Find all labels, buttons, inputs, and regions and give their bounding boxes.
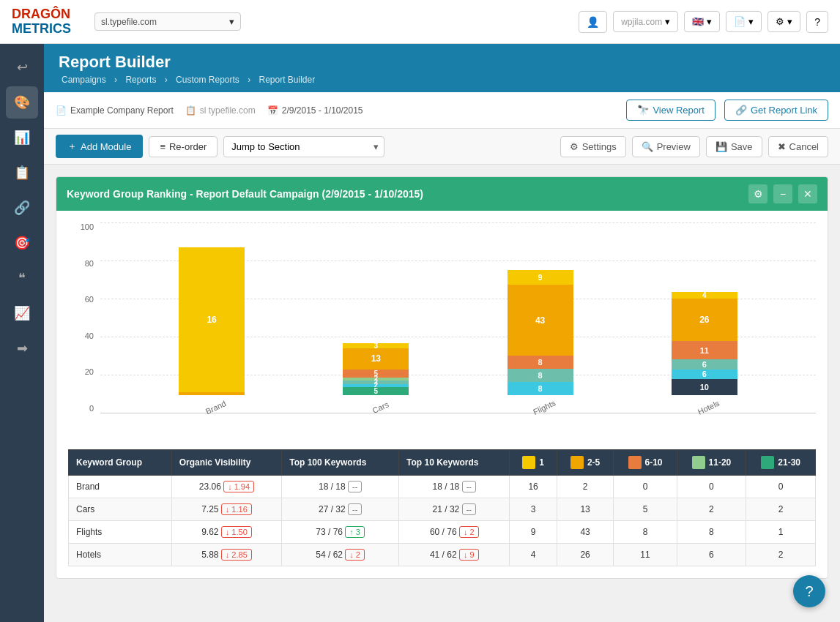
visibility-value-brand: 23.06: [199, 482, 221, 492]
lang-chevron-icon: ▾: [707, 16, 712, 27]
visibility-value-hotels: 5.88: [201, 550, 218, 560]
bar-segment-hotels-teal: 6: [672, 359, 737, 370]
campaign-search-input[interactable]: [101, 17, 229, 27]
th-pos11-20-label: 11-20: [709, 457, 732, 468]
th-pos6-10: 6-10: [614, 450, 677, 476]
th-top10: Top 10 Keywords: [399, 450, 510, 476]
view-report-button[interactable]: 🔭 View Report: [626, 100, 716, 121]
bar-segment-hotels-orange: 26: [672, 299, 737, 341]
module-close-button[interactable]: ✕: [798, 184, 817, 203]
save-label: Save: [731, 141, 753, 152]
jump-section-wrapper: Jump to Section: [223, 136, 384, 157]
sidebar-item-chart[interactable]: 📊: [6, 121, 38, 154]
th-pos21-30: 21-30: [746, 450, 816, 476]
bar-segment-flights-teal: 8: [508, 369, 573, 382]
y-label-40: 40: [85, 331, 94, 340]
cell-pos6-10-hotels: 11: [614, 544, 677, 566]
swatch-pos6-10: [628, 456, 642, 469]
logo-metrics: METRICS: [12, 22, 71, 37]
table-body: Brand 23.06 ↓ 1.94 18 / 18: [69, 476, 816, 566]
cell-pos1-flights: 9: [510, 521, 557, 544]
badge-value: 1.50: [231, 528, 247, 536]
settings-button[interactable]: ⚙ ▾: [767, 11, 800, 32]
report-date: 2/9/2015 - 1/10/2015: [282, 105, 363, 116]
docs-button[interactable]: 📄 ▾: [726, 11, 762, 32]
cell-group-cars: Cars: [69, 498, 172, 521]
visibility-badge-brand: ↓ 1.94: [223, 481, 254, 492]
get-report-link-button[interactable]: 🔗 Get Report Link: [724, 100, 828, 121]
module-settings-button[interactable]: ⚙ Settings: [560, 136, 626, 157]
cell-pos1-brand: 16: [510, 476, 557, 498]
docs-chevron-icon: ▾: [748, 16, 754, 27]
module-settings-icon-button[interactable]: ⚙: [748, 184, 767, 203]
table-row: Flights 9.62 ↓ 1.50 73 / 76: [69, 521, 816, 544]
bar-segment-flights-orange: 43: [508, 285, 573, 356]
bar-group-cars: 5 2 2 2 5 13 3 Cars: [335, 343, 416, 413]
sidebar-item-analytics[interactable]: 📈: [6, 297, 38, 329]
campaign-selector[interactable]: ▾: [94, 12, 241, 31]
top10-value-flights: 60 / 76: [430, 527, 457, 537]
bar-stack-flights: 8 8 8 43 9: [508, 270, 573, 395]
badge-value: 1.94: [234, 482, 250, 491]
cell-top100-hotels: 54 / 62 ↓ 2: [282, 544, 399, 566]
cell-pos1-cars: 3: [510, 498, 557, 521]
top100-value-cars: 27 / 32: [319, 504, 346, 514]
y-label-80: 80: [85, 259, 94, 268]
badge-value: 2: [469, 528, 474, 536]
down-arrow-icon: ↓: [226, 550, 230, 559]
toolbar-row: 📄 Example Company Report 📋 sl typefile.c…: [44, 92, 840, 129]
cell-top10-flights: 60 / 76 ↓ 2: [399, 521, 510, 544]
language-selector[interactable]: 🇬🇧 ▾: [684, 11, 720, 32]
cell-top100-brand: 18 / 18 --: [282, 476, 399, 498]
top100-badge-flights: ↑ 3: [345, 526, 365, 538]
reorder-icon: ≡: [160, 141, 166, 152]
cell-top10-cars: 21 / 32 --: [399, 498, 510, 521]
sidebar-item-arrow[interactable]: ➡: [6, 332, 38, 364]
badge-value: 9: [469, 550, 474, 559]
cell-pos21-30-flights: 1: [746, 521, 816, 544]
jump-to-section-select[interactable]: Jump to Section: [223, 136, 384, 157]
add-module-button[interactable]: ＋ Add Module: [56, 135, 143, 158]
badge-value: 3: [356, 528, 360, 536]
cell-pos21-30-brand: 0: [746, 476, 816, 498]
cell-pos11-20-brand: 0: [677, 476, 746, 498]
cell-group-hotels: Hotels: [69, 544, 172, 566]
top100-value-brand: 18 / 18: [319, 482, 346, 492]
plus-icon: ＋: [67, 140, 77, 153]
cell-visibility-brand: 23.06 ↓ 1.94: [171, 476, 282, 498]
th-pos2-5: 2-5: [557, 450, 614, 476]
save-icon: 💾: [716, 141, 727, 152]
reorder-button[interactable]: ≡ Re-order: [149, 136, 218, 157]
y-label-100: 100: [81, 222, 94, 231]
cancel-button[interactable]: ✖ Cancel: [768, 136, 828, 157]
preview-button[interactable]: 🔍 Preview: [632, 136, 700, 157]
bar-group-flights: 8 8 8 43 9 Flights: [500, 270, 581, 413]
bar-stack-hotels: 10 6 6 11 26 4: [672, 292, 737, 395]
report-user: sl typefile.com: [200, 105, 256, 116]
table-row: Hotels 5.88 ↓ 2.85 54 / 62: [69, 544, 816, 566]
account-dropdown[interactable]: wpjila.com ▾: [613, 11, 678, 32]
module-minimize-button[interactable]: −: [773, 184, 792, 203]
sidebar-item-quote[interactable]: ❝: [6, 262, 38, 294]
swatch-pos2-5: [570, 456, 584, 469]
bar-segment-flights-cyan: 8: [508, 382, 573, 395]
top100-badge-hotels: ↓ 2: [345, 549, 365, 561]
help-button[interactable]: ?: [806, 11, 828, 33]
cell-top100-flights: 73 / 76 ↑ 3: [282, 521, 399, 544]
save-button[interactable]: 💾 Save: [706, 136, 762, 157]
sidebar-item-reports[interactable]: 📋: [6, 157, 38, 189]
sidebar-item-links[interactable]: 🔗: [6, 192, 38, 224]
preview-label: Preview: [657, 141, 691, 152]
chat-bubble-button[interactable]: ?: [793, 575, 825, 607]
sidebar-item-dashboard[interactable]: 🎨: [6, 86, 38, 119]
y-label-0: 0: [89, 404, 94, 413]
table-header-row: Keyword Group Organic Visibility Top 100…: [69, 450, 816, 476]
down-arrow-icon: ↓: [464, 550, 468, 559]
add-module-label: Add Module: [81, 141, 131, 152]
bar-segment-brand-yellow: 16: [179, 247, 245, 392]
report-name-item: 📄 Example Company Report: [56, 105, 174, 116]
user-button[interactable]: 👤: [579, 11, 607, 33]
sidebar-item-back[interactable]: ↩: [6, 51, 38, 83]
sidebar-item-target[interactable]: 🎯: [6, 227, 38, 259]
report-user-item: 📋 sl typefile.com: [185, 105, 256, 116]
